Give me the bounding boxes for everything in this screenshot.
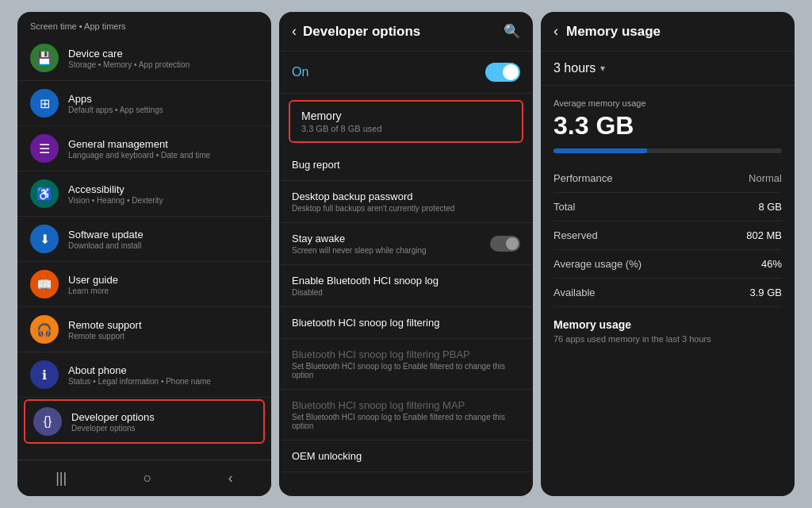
memory-back-icon[interactable]: ‹ <box>553 23 558 40</box>
settings-item-title-6: Remote support <box>68 319 142 331</box>
avg-value: 3.3 GB <box>553 111 782 140</box>
dev-opt-sub-2: Screen will never sleep while charging <box>292 246 427 255</box>
nav-home[interactable]: ○ <box>144 470 152 487</box>
settings-panel: Screen time • App timers 💾 Device care S… <box>17 12 271 496</box>
memory-usage-panel: ‹ Memory usage 3 hours ▾ Average memory … <box>541 12 795 496</box>
settings-item-subtitle-8: Developer options <box>71 424 155 433</box>
settings-icon-6: 🎧 <box>30 315 59 344</box>
nav-back[interactable]: ‹ <box>228 470 233 487</box>
dev-opt-title-3: Enable Bluetooth HCI snoop log <box>292 275 520 287</box>
stat-value-1: 8 GB <box>758 201 782 213</box>
stat-label-2: Reserved <box>553 229 598 241</box>
settings-item-subtitle-7: Status • Legal information • Phone name <box>68 377 211 386</box>
settings-item-4[interactable]: ⬇ Software update Download and install <box>17 217 271 262</box>
settings-item-2[interactable]: ☰ General management Language and keyboa… <box>17 126 271 171</box>
dev-option-item-6: Bluetooth HCI snoop log filtering MAP Se… <box>279 390 533 441</box>
mem-stat-row-3: Average usage (%) 46% <box>553 250 782 279</box>
progress-bar <box>553 148 782 153</box>
dev-opt-toggle-2[interactable] <box>490 236 520 252</box>
memory-card[interactable]: Memory 3.3 GB of 8 GB used <box>289 100 523 143</box>
memory-usage-section: Memory usage 76 apps used memory in the … <box>553 318 782 344</box>
settings-icon-0: 💾 <box>30 44 59 72</box>
dev-opt-title-6: Bluetooth HCI snoop log filtering MAP <box>292 399 520 411</box>
settings-item-0[interactable]: 💾 Device care Storage • Memory • App pro… <box>17 36 271 81</box>
settings-item-subtitle-3: Vision • Hearing • Dexterity <box>68 196 163 205</box>
dev-option-item-4[interactable]: Bluetooth HCI snoop log filtering <box>279 307 533 339</box>
panel2-back-icon[interactable]: ‹ <box>292 23 297 40</box>
dev-option-item-0[interactable]: Bug report <box>279 149 533 181</box>
settings-item-title-0: Device care <box>68 48 190 60</box>
developer-options-panel: ‹ Developer options 🔍 On Memory 3.3 GB o… <box>279 12 533 496</box>
settings-item-6[interactable]: 🎧 Remote support Remote support <box>17 307 271 352</box>
settings-icon-5: 📖 <box>30 270 59 298</box>
memory-stats: Performance Normal Total 8 GB Reserved 8… <box>553 164 782 307</box>
memory-header: ‹ Memory usage <box>541 12 795 52</box>
settings-item-title-7: About phone <box>68 364 211 376</box>
dev-options-list: Bug report Desktop backup password Deskt… <box>279 149 533 472</box>
dev-opt-title-7: OEM unlocking <box>292 450 520 462</box>
stat-value-3: 46% <box>761 258 782 270</box>
dev-option-item-7[interactable]: OEM unlocking <box>279 441 533 472</box>
settings-item-text-5: User guide Learn more <box>68 274 118 295</box>
dev-opt-title-4: Bluetooth HCI snoop log filtering <box>292 317 520 329</box>
top-bar-text: Screen time • App timers <box>17 12 271 36</box>
bottom-nav: ||| ○ ‹ <box>17 460 271 496</box>
dev-opt-sub-3: Disabled <box>292 288 520 297</box>
settings-item-title-5: User guide <box>68 274 118 286</box>
nav-recents[interactable]: ||| <box>56 470 67 487</box>
settings-item-text-7: About phone Status • Legal information •… <box>68 364 211 386</box>
panel2-search-icon[interactable]: 🔍 <box>504 23 520 40</box>
settings-item-title-2: General management <box>68 138 210 150</box>
dev-opt-title-1: Desktop backup password <box>292 190 520 202</box>
settings-item-7[interactable]: ℹ About phone Status • Legal information… <box>17 352 271 398</box>
settings-icon-3: ♿ <box>30 179 59 208</box>
settings-item-text-3: Accessibility Vision • Hearing • Dexteri… <box>68 183 163 205</box>
stat-label-3: Average usage (%) <box>553 258 642 270</box>
developer-toggle-label: On <box>292 65 308 79</box>
settings-item-subtitle-2: Language and keyboard • Date and time <box>68 151 210 160</box>
dev-option-item-3[interactable]: Enable Bluetooth HCI snoop log Disabled <box>279 265 533 307</box>
mem-stat-row-0: Performance Normal <box>553 164 782 193</box>
settings-item-text-2: General management Language and keyboard… <box>68 138 210 160</box>
dev-option-item-1[interactable]: Desktop backup password Desktop full bac… <box>279 181 533 223</box>
settings-item-text-1: Apps Default apps • App settings <box>68 93 163 114</box>
memory-card-subtitle: 3.3 GB of 8 GB used <box>301 124 511 133</box>
settings-item-subtitle-1: Default apps • App settings <box>68 106 163 114</box>
settings-item-title-3: Accessibility <box>68 183 163 195</box>
progress-fill <box>553 148 647 153</box>
settings-item-5[interactable]: 📖 User guide Learn more <box>17 262 271 307</box>
dev-option-item-5: Bluetooth HCI snoop log filtering PBAP S… <box>279 339 533 390</box>
dropdown-icon: ▾ <box>600 63 605 74</box>
dev-opt-sub-5: Set Bluetooth HCI snoop log to Enable fi… <box>292 362 520 379</box>
settings-item-text-8: Developer options Developer options <box>71 411 155 433</box>
settings-item-subtitle-6: Remote support <box>68 332 142 341</box>
panel2-title: Developer options <box>303 24 504 40</box>
settings-item-1[interactable]: ⊞ Apps Default apps • App settings <box>17 81 271 126</box>
memory-card-title: Memory <box>301 110 511 122</box>
memory-content: Average memory usage 3.3 GB Performance … <box>541 86 795 496</box>
settings-item-3[interactable]: ♿ Accessibility Vision • Hearing • Dexte… <box>17 171 271 217</box>
stat-value-2: 802 MB <box>746 229 782 241</box>
time-selector[interactable]: 3 hours ▾ <box>541 52 795 86</box>
settings-icon-7: ℹ <box>30 360 59 389</box>
memory-usage-section-title: Memory usage <box>553 318 782 331</box>
developer-toggle-switch[interactable] <box>485 63 520 82</box>
mem-stat-row-1: Total 8 GB <box>553 193 782 221</box>
settings-item-text-6: Remote support Remote support <box>68 319 142 341</box>
dev-opt-sub-1: Desktop full backups aren't currently pr… <box>292 204 520 213</box>
dev-option-row-2[interactable]: Stay awake Screen will never sleep while… <box>279 223 533 265</box>
mem-stat-row-2: Reserved 802 MB <box>553 221 782 250</box>
mem-stat-row-4: Available 3.9 GB <box>553 279 782 307</box>
stat-value-0: Normal <box>749 172 782 184</box>
developer-toggle-row: On <box>279 52 533 94</box>
settings-item-8[interactable]: {} Developer options Developer options <box>24 399 265 444</box>
dev-opt-title-0: Bug report <box>292 159 520 171</box>
avg-label: Average memory usage <box>553 98 782 108</box>
settings-item-subtitle-4: Download and install <box>68 241 144 250</box>
settings-icon-1: ⊞ <box>30 89 59 117</box>
stat-label-1: Total <box>553 201 575 213</box>
time-label: 3 hours <box>553 61 596 75</box>
memory-usage-section-sub: 76 apps used memory in the last 3 hours <box>553 334 782 344</box>
dev-opt-title-2: Stay awake <box>292 233 427 244</box>
dev-opt-sub-6: Set Bluetooth HCI snoop log to Enable fi… <box>292 413 520 430</box>
